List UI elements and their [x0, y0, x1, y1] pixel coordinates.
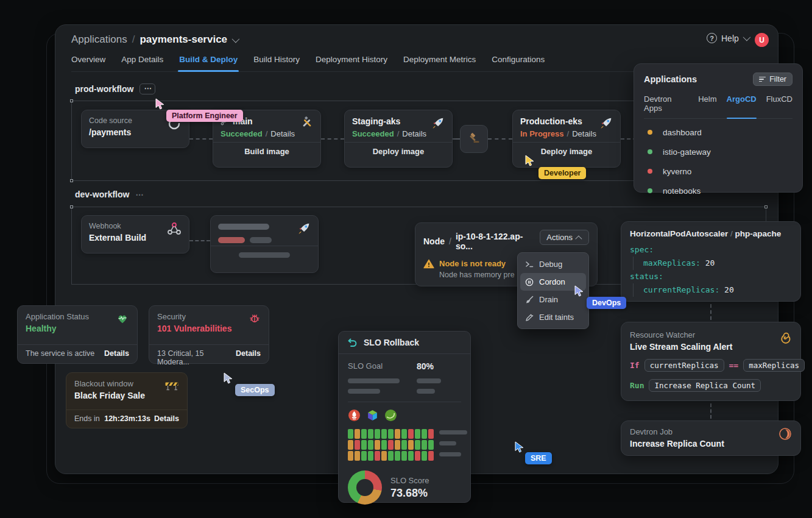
rocket-icon	[297, 222, 311, 235]
secops-tag: SecOps	[235, 384, 275, 396]
skeleton-bar	[239, 252, 290, 258]
connector	[710, 403, 711, 419]
node-warning-desc: Node has memory pre	[439, 271, 515, 279]
help-menu[interactable]: ? Help	[707, 33, 749, 43]
hpa-yaml: spec: maxReplicas: 20 status: currentRep…	[630, 243, 792, 297]
filter-icon	[759, 77, 766, 82]
applications-panel-title: Applications	[644, 74, 697, 84]
help-icon: ?	[707, 33, 717, 43]
tab-configurations[interactable]: Configurations	[492, 55, 545, 64]
apps-tab-argocd[interactable]: ArgoCD	[727, 94, 757, 113]
devtron-job-value: Increase Replica Count	[630, 439, 724, 449]
prod-workflow-more-button[interactable]: ⋯	[139, 83, 155, 94]
heart-pulse-icon	[116, 312, 129, 324]
barrier-icon	[164, 379, 179, 391]
status-dot	[648, 169, 652, 174]
blackout-details-link[interactable]: Details	[154, 414, 179, 423]
pause-circle-icon	[525, 278, 534, 286]
approval-node[interactable]	[460, 125, 488, 153]
tab-deployment-metrics[interactable]: Deployment Metrics	[403, 55, 476, 64]
help-label: Help	[721, 34, 739, 43]
skeleton-footer	[211, 246, 318, 264]
dev-workflow-label: dev-workflow	[75, 190, 129, 199]
tools-icon	[301, 116, 313, 129]
terminal-icon	[525, 260, 534, 268]
actions-button[interactable]: Actions	[540, 230, 589, 245]
tab-deployment-history[interactable]: Deployment History	[316, 55, 387, 64]
slo-score-label: SLO Score	[390, 476, 429, 485]
hpa-name: php-apache	[735, 229, 782, 238]
hpa-panel: HorizontalPodAutoscaler / php-apache spe…	[621, 221, 801, 302]
apps-tab-fluxcd[interactable]: FluxCD	[766, 94, 793, 113]
operator: ==	[729, 361, 739, 370]
tab-overview[interactable]: Overview	[71, 55, 105, 64]
apps-tab-devtron[interactable]: Devtron Apps	[644, 94, 688, 113]
node-warning-title: Node is not ready	[439, 259, 515, 268]
selection-handle[interactable]	[70, 179, 73, 182]
staging-deploy-card[interactable]: Staging-aks Succeeded / Details Deploy i…	[344, 110, 453, 168]
prod-workflow-header: prod-workflow ⋯	[75, 83, 155, 94]
countdown-prefix: Ends in	[74, 414, 100, 423]
avatar[interactable]: U	[755, 33, 769, 47]
slo-score-value: 73.68%	[390, 487, 429, 500]
max-replicas-value: 20	[705, 258, 715, 268]
condition-left-chip: currentReplicas	[644, 359, 724, 372]
menu-item-edit-taints[interactable]: Edit taints	[520, 308, 586, 326]
selection-handle[interactable]	[764, 205, 768, 208]
breadcrumb-root[interactable]: Applications	[71, 34, 127, 46]
build-image-button[interactable]: Build image	[213, 142, 320, 161]
devtron-job-title: Devtron Job	[630, 427, 724, 436]
apps-tab-helm[interactable]: Helm	[698, 94, 716, 113]
security-card: Security 101 Vulnerabilities 13 Critical…	[149, 305, 269, 364]
crescent-icon	[778, 427, 792, 441]
app-list-item[interactable]: istio-gateway	[644, 142, 793, 161]
app-status-footer: The service is active	[26, 349, 94, 358]
webhook-label: Webhook	[89, 222, 146, 230]
app-health-value: Healthy	[26, 324, 89, 333]
production-status: In Progress	[520, 129, 564, 138]
gavel-icon	[467, 132, 481, 146]
connector	[189, 138, 213, 140]
build-status: Succeeded	[221, 129, 263, 138]
slo-goal-value: 80%	[417, 361, 434, 371]
app-status-details-link[interactable]: Details	[104, 349, 129, 358]
breadcrumb-separator: /	[132, 34, 135, 46]
skeleton-bar	[218, 224, 269, 230]
app-list-item[interactable]: notebooks	[644, 181, 793, 200]
tab-build-history[interactable]: Build History	[253, 55, 300, 64]
bug-icon	[249, 312, 261, 324]
skeleton-bar	[439, 452, 461, 456]
vulnerabilities-value: 101 Vulnerabilities	[157, 324, 231, 333]
app-list-item[interactable]: dashboard	[644, 122, 793, 142]
filter-button[interactable]: Filter	[753, 73, 793, 86]
webhook-card[interactable]: Webhook External Build	[81, 215, 189, 254]
secops-cursor	[222, 372, 235, 385]
dev-workflow-header: dev-workflow ⋯	[75, 190, 144, 199]
skeleton-bar	[417, 378, 441, 383]
selection-handle[interactable]	[70, 205, 73, 208]
dev-workflow-more-button[interactable]: ⋯	[135, 190, 144, 199]
security-footer: 13 Critical, 15 Modera...	[157, 349, 236, 366]
connector	[321, 138, 344, 140]
app-list-item[interactable]: kyverno	[644, 161, 793, 181]
staging-details-link[interactable]: Details	[402, 129, 426, 138]
tab-build-deploy[interactable]: Build & Deploy	[179, 55, 238, 64]
blackout-window-card: Blackout window Black Friday Sale Ends i…	[66, 372, 188, 428]
node-kind: Node	[423, 236, 445, 246]
staging-deploy-button[interactable]: Deploy image	[345, 142, 452, 161]
staging-status: Succeeded	[352, 129, 394, 138]
menu-item-debug[interactable]: Debug	[520, 255, 586, 273]
hpa-kind: HorizontalPodAutoscaler	[630, 229, 728, 238]
blackout-value: Black Friday Sale	[74, 391, 145, 400]
page-title[interactable]: payments-service	[139, 34, 227, 46]
run-keyword: Run	[630, 381, 644, 390]
build-details-link[interactable]: Details	[270, 129, 295, 138]
selection-handle[interactable]	[70, 99, 73, 102]
security-details-link[interactable]: Details	[236, 349, 261, 366]
run-action-chip: Increase Replica Count	[649, 379, 761, 392]
if-keyword: If	[630, 361, 640, 370]
tab-app-details[interactable]: App Details	[121, 55, 163, 64]
skeleton-bar	[348, 389, 380, 394]
sre-cursor	[514, 441, 526, 453]
production-details-link[interactable]: Details	[572, 129, 596, 138]
